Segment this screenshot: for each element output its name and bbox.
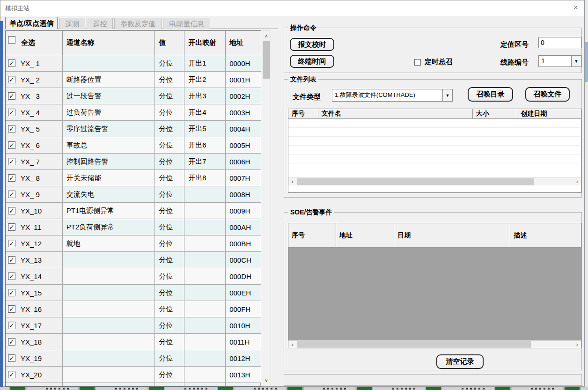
terminal-time-button[interactable]: 终端时间	[290, 55, 334, 68]
table-row: ✓YX_12就地分位000BH	[6, 235, 261, 252]
cell-address: 0002H	[226, 88, 261, 104]
tab-2[interactable]: 遥控	[87, 18, 113, 29]
cell-channel-name: PT2负荷侧异常	[63, 219, 155, 235]
soe-col-header-3: 描述	[510, 223, 581, 248]
cell-value: 分位	[155, 350, 184, 367]
row-id: YX_ 3	[21, 92, 40, 100]
row-select-cell: ✓	[6, 383, 63, 387]
status-indicator	[563, 387, 581, 390]
cell-value: 分位	[155, 170, 184, 186]
col-header-value: 值	[155, 31, 184, 55]
file-col-header-3: 创建日期	[517, 109, 581, 119]
timed-general-call-checkbox[interactable]: 定时总召	[414, 58, 453, 66]
row-id: YX_10	[21, 207, 42, 215]
file-table-hscrollbar[interactable]: ‹ ›	[288, 177, 581, 185]
check-icon: ✓	[9, 322, 15, 329]
tab-3[interactable]: 参数及定值	[114, 18, 162, 29]
row-checkbox[interactable]: ✓	[8, 191, 15, 198]
tab-4[interactable]: 电能量信息	[163, 18, 210, 29]
table-row-partial: ✓	[6, 383, 261, 387]
scroll-right-icon[interactable]: ›	[573, 178, 581, 186]
row-checkbox[interactable]: ✓	[8, 240, 15, 247]
row-checkbox[interactable]: ✓	[8, 272, 15, 280]
setting-zone-input[interactable]	[538, 37, 581, 48]
row-checkbox[interactable]: ✓	[8, 289, 15, 296]
row-select-cell: ✓YX_ 4	[6, 104, 63, 121]
check-icon: ✓	[9, 158, 15, 165]
tab-1[interactable]: 遥测	[59, 18, 85, 29]
row-id: YX_ 7	[21, 158, 40, 166]
chevron-down-icon[interactable]: ▼	[571, 56, 581, 66]
yx-point-table: 全选 通道名称 值 开出映射 地址 ✓YX_ 1分位开出10000H✓YX_ 2…	[5, 30, 261, 387]
clear-records-button[interactable]: 清空记录	[436, 354, 484, 369]
cell-value: 分位	[155, 301, 184, 317]
cell-address: 0006H	[226, 154, 261, 170]
row-checkbox[interactable]: ✓	[8, 207, 15, 214]
file-table-body	[288, 119, 581, 177]
cell-output-map	[184, 186, 226, 203]
command-group: 操作命令 报文校时 终端时间 定时总召 定值区号 线路编号 1 ▼	[284, 28, 582, 73]
row-id: YX_ 2	[21, 76, 40, 84]
cell-address: 000AH	[226, 219, 261, 235]
row-checkbox[interactable]: ✓	[8, 174, 15, 182]
line-number-value: 1	[539, 56, 571, 66]
scroll-right-icon[interactable]: ›	[573, 341, 581, 349]
file-type-select[interactable]: 1.故障录波文件(COMTRADE) ▼	[332, 89, 453, 102]
cell-value: 分位	[155, 55, 184, 72]
check-icon: ✓	[9, 240, 15, 247]
cell-value: 分位	[155, 72, 184, 88]
row-select-cell: ✓YX_18	[6, 334, 63, 350]
row-select-cell: ✓YX_ 5	[6, 121, 63, 137]
row-id: YX_13	[21, 256, 42, 264]
row-checkbox[interactable]: ✓	[8, 223, 15, 231]
scrollbar-thumb[interactable]	[297, 341, 531, 348]
row-checkbox[interactable]: ✓	[8, 92, 15, 100]
row-checkbox[interactable]: ✓	[8, 109, 15, 116]
check-icon: ✓	[9, 125, 15, 132]
row-checkbox[interactable]: ✓	[8, 338, 15, 346]
status-indicator	[9, 387, 27, 390]
cell-channel-name: 断路器位置	[63, 72, 155, 88]
cell-channel-name: 交流失电	[63, 186, 155, 203]
cell-address: 0000H	[226, 55, 261, 72]
scroll-down-icon[interactable]: ∨	[262, 375, 271, 385]
row-id: YX_ 9	[21, 191, 40, 199]
scrollbar-thumb[interactable]	[297, 178, 534, 185]
row-checkbox[interactable]: ✓	[8, 322, 15, 329]
time-sync-button[interactable]: 报文校时	[290, 38, 334, 51]
cell-output-map	[184, 301, 226, 317]
check-icon: ✓	[9, 76, 15, 83]
select-all-checkbox[interactable]	[8, 36, 15, 44]
row-select-cell: ✓YX_11	[6, 219, 63, 235]
cell	[63, 383, 155, 387]
close-icon[interactable]: ×	[573, 3, 578, 12]
select-all-label: 全选	[21, 38, 35, 47]
table-row: ✓YX_20分位0013H	[6, 367, 261, 383]
row-checkbox[interactable]: ✓	[8, 371, 15, 378]
scroll-left-icon[interactable]: ‹	[288, 341, 296, 349]
row-checkbox[interactable]: ✓	[8, 305, 15, 313]
scroll-left-icon[interactable]: ‹	[288, 178, 296, 186]
row-checkbox[interactable]: ✓	[8, 256, 15, 264]
timed-call-checkbox-box[interactable]	[414, 59, 421, 66]
scrollbar-thumb[interactable]	[263, 41, 270, 79]
cell-value: 分位	[155, 186, 184, 203]
yx-table-scrollbar[interactable]: ∧ ∨	[262, 30, 271, 385]
call-file-button[interactable]: 召唤文件	[525, 87, 570, 102]
file-type-value: 1.故障录波文件(COMTRADE)	[332, 89, 442, 101]
row-checkbox[interactable]: ✓	[8, 141, 15, 149]
soe-table-hscrollbar[interactable]: ‹ ›	[288, 340, 581, 348]
row-id: YX_ 1	[21, 59, 40, 67]
call-directory-button[interactable]: 召唤目录	[468, 87, 513, 102]
tab-yx-signals[interactable]: 单点/双点遥信	[5, 17, 58, 29]
row-checkbox[interactable]: ✓	[8, 125, 15, 132]
table-row: ✓YX_14分位000DH	[6, 268, 261, 285]
scroll-up-icon[interactable]: ∧	[262, 31, 271, 40]
row-checkbox[interactable]: ✓	[8, 158, 15, 165]
check-icon: ✓	[9, 338, 15, 346]
chevron-down-icon[interactable]: ▼	[442, 89, 452, 101]
row-checkbox[interactable]: ✓	[8, 59, 15, 67]
row-checkbox[interactable]: ✓	[8, 354, 15, 362]
line-number-select[interactable]: 1 ▼	[538, 55, 581, 67]
row-checkbox[interactable]: ✓	[8, 76, 15, 83]
